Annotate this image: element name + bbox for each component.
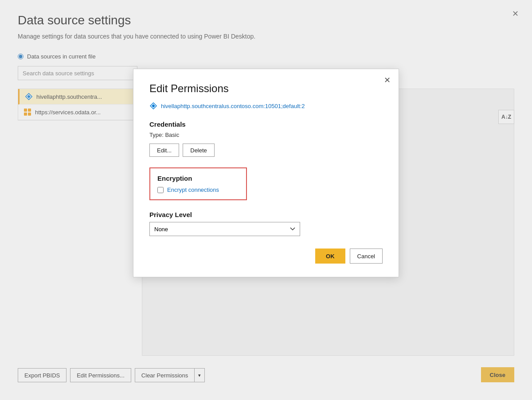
blue-diamond-icon-modal: [149, 102, 157, 110]
credential-type-label: Type: Basic: [149, 132, 383, 138]
cancel-button[interactable]: Cancel: [350, 249, 383, 264]
privacy-level-title: Privacy Level: [149, 211, 383, 218]
modal-title: Edit Permissions: [149, 82, 383, 95]
datasource-link: hivellaphttp.southcentralus.contoso.com:…: [149, 102, 383, 110]
encrypt-connections-text: Encrypt connections: [167, 186, 219, 193]
privacy-level-select[interactable]: None Private Organizational Public: [149, 222, 300, 236]
encryption-title: Encryption: [157, 175, 239, 182]
encrypt-connections-checkbox[interactable]: [157, 187, 164, 193]
delete-credential-button[interactable]: Delete: [183, 144, 215, 157]
datasource-url: hivellaphttp.southcentralus.contoso.com:…: [161, 103, 305, 109]
credentials-section-title: Credentials: [149, 120, 383, 128]
ok-button[interactable]: OK: [315, 249, 345, 264]
encrypt-connections-label[interactable]: Encrypt connections: [157, 186, 239, 193]
encryption-section: Encryption Encrypt connections: [149, 167, 247, 200]
modal-close-button[interactable]: ✕: [384, 75, 391, 85]
privacy-level-section: Privacy Level None Private Organizationa…: [149, 211, 383, 236]
edit-credential-button[interactable]: Edit...: [149, 144, 179, 157]
modal-footer: OK Cancel: [149, 249, 383, 264]
edit-permissions-modal: ✕ Edit Permissions hivellaphttp.southcen…: [133, 69, 399, 277]
credential-buttons: Edit... Delete: [149, 144, 383, 157]
